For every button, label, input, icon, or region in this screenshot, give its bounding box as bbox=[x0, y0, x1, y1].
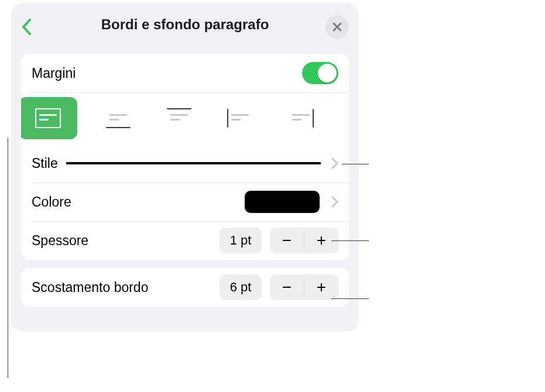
border-preset-bottom[interactable] bbox=[98, 103, 138, 133]
border-preset-top[interactable] bbox=[159, 103, 199, 133]
border-preset-all[interactable] bbox=[21, 97, 77, 139]
callout-line bbox=[8, 138, 8, 378]
thickness-increment[interactable]: + bbox=[304, 228, 338, 253]
chevron-left-icon bbox=[22, 19, 32, 35]
offset-stepper: − + bbox=[270, 274, 338, 300]
style-label: Stile bbox=[32, 156, 58, 171]
thickness-row: Spessore 1 pt − + bbox=[21, 221, 349, 260]
chevron-right-icon bbox=[331, 157, 338, 169]
chevron-right-icon bbox=[331, 196, 338, 208]
border-preset-left[interactable] bbox=[220, 103, 260, 133]
toggle-knob bbox=[318, 64, 337, 82]
thickness-stepper: − + bbox=[270, 228, 338, 253]
panel-header: Bordi e sfondo paragrafo bbox=[12, 4, 358, 46]
offset-increment[interactable]: + bbox=[304, 274, 338, 300]
offset-label: Scostamento bordo bbox=[32, 280, 148, 295]
borders-background-panel: Bordi e sfondo paragrafo Margini bbox=[12, 4, 358, 331]
back-button[interactable] bbox=[16, 16, 37, 37]
border-right-icon bbox=[288, 108, 314, 128]
color-row[interactable]: Colore bbox=[21, 183, 349, 221]
offset-row: Scostamento bordo 6 pt − + bbox=[21, 268, 349, 307]
border-top-icon bbox=[166, 108, 192, 128]
border-left-icon bbox=[227, 108, 253, 128]
offset-value: 6 pt bbox=[220, 274, 262, 300]
margins-row: Margini bbox=[21, 54, 349, 92]
border-position-row bbox=[21, 92, 349, 144]
close-button[interactable] bbox=[325, 15, 349, 39]
border-bottom-icon bbox=[105, 108, 131, 128]
color-swatch bbox=[245, 191, 320, 213]
thickness-value: 1 pt bbox=[220, 228, 262, 253]
border-preset-right[interactable] bbox=[281, 103, 321, 133]
border-all-icon bbox=[35, 108, 61, 128]
line-style-preview bbox=[66, 162, 321, 164]
color-label: Colore bbox=[32, 194, 71, 210]
panel-title: Bordi e sfondo paragrafo bbox=[101, 16, 269, 33]
margins-toggle[interactable] bbox=[302, 62, 338, 84]
thickness-decrement[interactable]: − bbox=[270, 228, 304, 253]
border-settings-group: Margini bbox=[21, 54, 349, 260]
margins-label: Margini bbox=[32, 66, 76, 81]
thickness-label: Spessore bbox=[32, 233, 88, 249]
style-row[interactable]: Stile bbox=[21, 144, 349, 183]
offset-decrement[interactable]: − bbox=[270, 274, 304, 300]
close-icon bbox=[333, 22, 342, 32]
offset-group: Scostamento bordo 6 pt − + bbox=[21, 268, 349, 307]
